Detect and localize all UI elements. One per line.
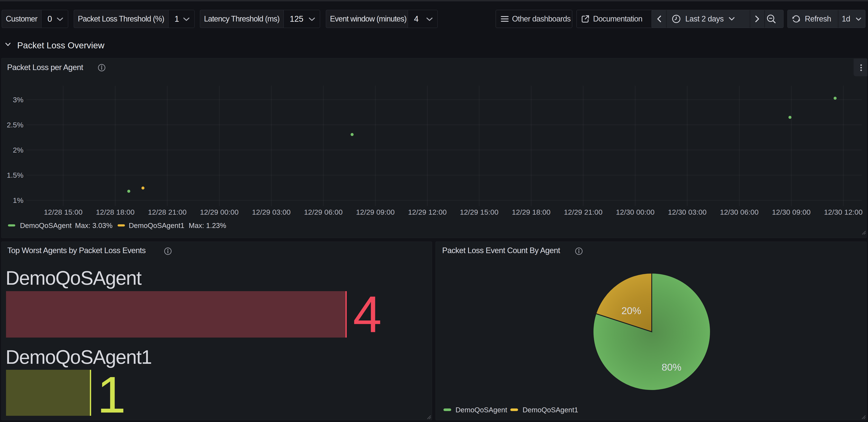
svg-text:12/30 00:00: 12/30 00:00: [616, 208, 655, 216]
svg-text:1.5%: 1.5%: [7, 171, 24, 179]
svg-text:12/29 00:00: 12/29 00:00: [200, 208, 239, 216]
svg-text:12/30 09:00: 12/30 09:00: [772, 208, 811, 216]
svg-text:DemoQoSAgent1: DemoQoSAgent1: [523, 406, 578, 414]
svg-text:80%: 80%: [662, 362, 681, 373]
svg-text:1%: 1%: [13, 196, 24, 204]
svg-text:Max: 3.03%: Max: 3.03%: [75, 222, 113, 229]
svg-text:3%: 3%: [13, 96, 24, 104]
svg-text:12/29 06:00: 12/29 06:00: [304, 208, 343, 216]
svg-text:12/29 09:00: 12/29 09:00: [356, 208, 395, 216]
svg-text:12/28 18:00: 12/28 18:00: [96, 208, 134, 216]
svg-text:12/28 15:00: 12/28 15:00: [44, 208, 83, 216]
svg-text:12/29 18:00: 12/29 18:00: [512, 208, 551, 216]
svg-text:12/29 21:00: 12/29 21:00: [564, 208, 602, 216]
svg-text:12/29 15:00: 12/29 15:00: [460, 208, 498, 216]
svg-text:12/29 12:00: 12/29 12:00: [408, 208, 447, 216]
svg-text:12/30 03:00: 12/30 03:00: [668, 208, 707, 216]
svg-text:12/30 06:00: 12/30 06:00: [720, 208, 758, 216]
svg-text:12/29 03:00: 12/29 03:00: [252, 208, 290, 216]
svg-text:12/28 21:00: 12/28 21:00: [148, 208, 187, 216]
svg-text:Max: 1.23%: Max: 1.23%: [189, 222, 226, 229]
svg-text:2.5%: 2.5%: [7, 121, 24, 129]
svg-text:DemoQoSAgent1: DemoQoSAgent1: [129, 222, 184, 229]
svg-text:2%: 2%: [13, 146, 24, 154]
svg-text:12/30 12:00: 12/30 12:00: [824, 208, 863, 216]
svg-text:20%: 20%: [621, 305, 641, 316]
svg-text:DemoQoSAgent: DemoQoSAgent: [456, 406, 507, 414]
svg-text:DemoQoSAgent: DemoQoSAgent: [20, 222, 71, 229]
